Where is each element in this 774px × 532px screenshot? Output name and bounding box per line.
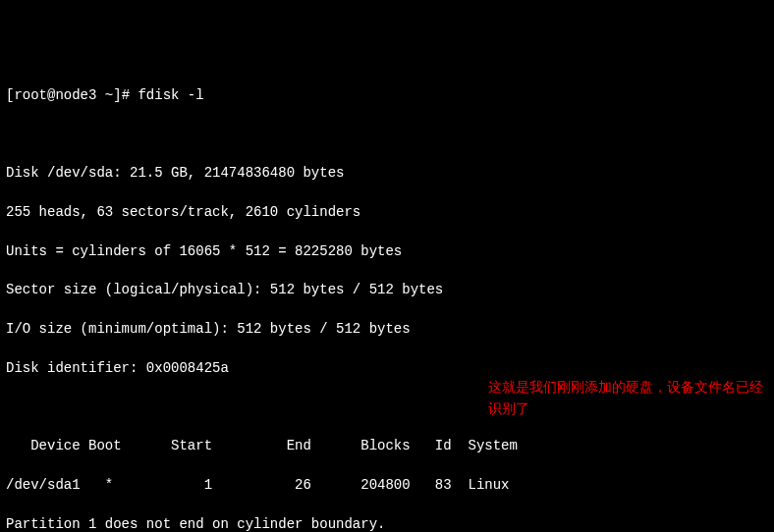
disk-a-sector: Sector size (logical/physical): 512 byte… xyxy=(6,281,768,300)
partition-warning-1: Partition 1 does not end on cylinder bou… xyxy=(6,515,768,532)
prompt-line-1: [root@node3 ~]# fdisk -l xyxy=(6,86,768,106)
disk-a-header: Disk /dev/sda: 21.5 GB, 21474836480 byte… xyxy=(6,164,768,184)
table-row-sda1: /dev/sda1 * 1 26 204800 83 Linux xyxy=(6,476,768,496)
annotation-text: 这就是我们刚刚添加的硬盘，设备文件名已经识别了 xyxy=(488,376,773,420)
blank-line xyxy=(6,125,768,144)
prompt-path: ~ xyxy=(96,87,113,103)
table-header: Device Boot Start End Blocks Id System xyxy=(6,437,768,456)
prompt-close: ]# xyxy=(113,87,130,103)
disk-a-geom: 255 heads, 63 sectors/track, 2610 cylind… xyxy=(6,203,768,223)
prompt-userhost: root@node3 xyxy=(14,87,96,103)
disk-a-units: Units = cylinders of 16065 * 512 = 82252… xyxy=(6,242,768,262)
command-text: fdisk -l xyxy=(138,87,203,103)
disk-a-io: I/O size (minimum/optimal): 512 bytes / … xyxy=(6,320,768,340)
